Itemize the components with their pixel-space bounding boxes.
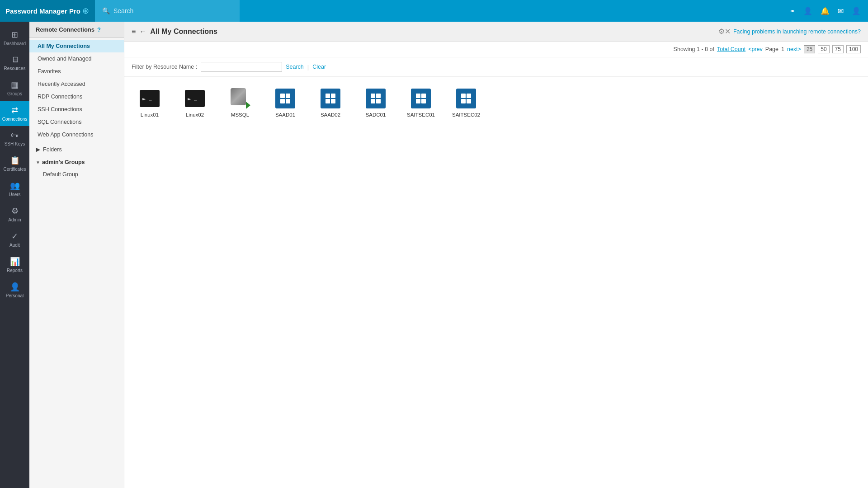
filter-label: Filter by Resource Name : <box>132 64 197 70</box>
profile-icon[interactable]: 👤 <box>852 7 861 15</box>
sidebar-item-owned-and-managed[interactable]: Owned and Managed <box>29 52 124 65</box>
sidebar-item-audit[interactable]: ✓ Audit <box>0 227 29 252</box>
connection-icon-sadc01 <box>365 88 387 109</box>
prev-page-button[interactable]: <prev <box>748 46 763 52</box>
secondary-sidebar-menu: All My Connections Owned and Managed Fav… <box>29 38 124 143</box>
sidebar-item-connections[interactable]: ⇄ Connections <box>0 101 29 126</box>
connection-name-linux02: Linux02 <box>186 112 204 117</box>
search-bar[interactable]: 🔍 <box>95 0 240 22</box>
connection-icon-linux01: ► _ <box>139 88 160 109</box>
sidebar-item-personal[interactable]: 👤 Personal <box>0 277 29 303</box>
sidebar-item-resources[interactable]: 🖥 Resources <box>0 51 29 75</box>
connection-item-linux01[interactable]: ► _ Linux01 <box>132 84 168 121</box>
page-number: 1 <box>781 46 784 52</box>
sidebar-item-groups[interactable]: ▦ Groups <box>0 75 29 101</box>
sidebar-item-certificates[interactable]: 📋 Certificates <box>0 151 29 176</box>
sidebar-item-all-my-connections[interactable]: All My Connections <box>29 40 124 52</box>
next-page-button[interactable]: next> <box>787 46 801 52</box>
top-nav: Password Manager Pro ⊛ 🔍 ⚭ 👤 🔔 ✉ 👤 <box>0 0 868 22</box>
groups-icon: ▦ <box>11 80 19 90</box>
page-size-25[interactable]: 25 <box>804 45 815 53</box>
top-nav-right: ⚭ 👤 🔔 ✉ 👤 <box>789 7 868 15</box>
sidebar-item-reports[interactable]: 📊 Reports <box>0 252 29 277</box>
admin-icon: ⚙ <box>11 206 19 216</box>
connection-name-linux01: Linux01 <box>141 112 159 117</box>
mail-icon[interactable]: ✉ <box>838 7 844 15</box>
sidebar-item-ssh-keys[interactable]: 🗝 SSH Keys <box>0 126 29 151</box>
sidebar-item-sql-connections[interactable]: SQL Connections <box>29 116 124 128</box>
reports-icon: 📊 <box>10 257 20 267</box>
connection-item-sadc01[interactable]: SADC01 <box>358 84 394 121</box>
filter-clear-link[interactable]: Clear <box>312 64 326 70</box>
secondary-sidebar: Remote Connections ? All My Connections … <box>29 22 124 488</box>
search-icon: 🔍 <box>102 7 110 14</box>
folders-item[interactable]: ▶ Folders <box>29 143 124 156</box>
connection-name-mssql: MSSQL <box>231 112 249 117</box>
page-size-75[interactable]: 75 <box>832 45 844 53</box>
user-add-icon[interactable]: 👤 <box>803 7 812 15</box>
content-header-right: ⚙✕ Facing problems in launching remote c… <box>718 27 861 36</box>
connection-item-saitsec01[interactable]: SAITSEC01 <box>403 84 439 121</box>
main-layout: ⊞ Dashboard 🖥 Resources ▦ Groups ⇄ Conne… <box>0 22 868 488</box>
connection-icon-saitsec02 <box>455 88 477 109</box>
connection-item-mssql[interactable]: MSSQL <box>222 84 258 121</box>
content-header: ≡ ← All My Connections ⚙✕ Facing problem… <box>124 22 868 42</box>
facing-problems-link[interactable]: Facing problems in launching remote conn… <box>733 28 861 35</box>
page-label: Page <box>765 46 778 52</box>
pagination-bar: Showing 1 - 8 of Total Count <prev Page … <box>124 42 868 57</box>
default-group-item[interactable]: Default Group <box>29 169 124 180</box>
connection-name-sadc01: SADC01 <box>366 112 386 117</box>
filter-search-link[interactable]: Search <box>286 64 304 70</box>
admins-groups-item[interactable]: ▼ admin's Groups <box>29 156 124 169</box>
resources-icon: 🖥 <box>11 55 19 65</box>
sidebar-item-rdp-connections[interactable]: RDP Connections <box>29 90 124 103</box>
personal-icon: 👤 <box>10 282 20 292</box>
wrench-icon: ⚙✕ <box>718 27 731 36</box>
sidebar-item-admin[interactable]: ⚙ Admin <box>0 202 29 227</box>
page-size-100[interactable]: 100 <box>846 45 861 53</box>
icon-sidebar: ⊞ Dashboard 🖥 Resources ▦ Groups ⇄ Conne… <box>0 22 29 488</box>
connection-name-saad01: SAAD01 <box>275 112 295 117</box>
connection-name-saitsec01: SAITSEC01 <box>407 112 435 117</box>
users-icon: 👥 <box>10 181 20 191</box>
logo-area: Password Manager Pro ⊛ <box>0 0 95 22</box>
app-name: Password Manager Pro <box>5 7 80 15</box>
sidebar-item-favorites[interactable]: Favorites <box>29 65 124 78</box>
page-title: All My Connections <box>150 28 217 36</box>
ssh-keys-icon: 🗝 <box>11 131 19 140</box>
connection-item-saad02[interactable]: SAAD02 <box>312 84 349 121</box>
search-input[interactable] <box>113 7 232 14</box>
connections-grid: ► _ Linux01 ► _ Linux02 MSSQL <box>124 77 868 488</box>
filter-bar: Filter by Resource Name : Search | Clear <box>124 57 868 77</box>
sidebar-item-users[interactable]: 👥 Users <box>0 176 29 202</box>
connection-icon-saad01 <box>274 88 296 109</box>
connection-icon-linux02: ► _ <box>184 88 206 109</box>
certificates-icon: 📋 <box>10 155 20 165</box>
connection-item-saad01[interactable]: SAAD01 <box>267 84 303 121</box>
content-header-left: ≡ ← All My Connections <box>132 28 217 36</box>
connection-item-linux02[interactable]: ► _ Linux02 <box>177 84 213 121</box>
hamburger-icon[interactable]: ≡ <box>132 28 136 36</box>
sidebar-item-dashboard[interactable]: ⊞ Dashboard <box>0 25 29 51</box>
sidebar-item-ssh-connections[interactable]: SSH Connections <box>29 103 124 116</box>
connection-icon-mssql <box>229 88 251 109</box>
logo-icon: ⊛ <box>82 6 89 16</box>
sidebar-item-web-app-connections[interactable]: Web App Connections <box>29 128 124 141</box>
sidebar-item-recently-accessed[interactable]: Recently Accessed <box>29 78 124 90</box>
page-size-50[interactable]: 50 <box>818 45 829 53</box>
connection-item-saitsec02[interactable]: SAITSEC02 <box>448 84 484 121</box>
audit-icon: ✓ <box>11 231 18 241</box>
back-icon[interactable]: ← <box>139 28 146 36</box>
showing-text: Showing 1 - 8 of <box>674 46 714 52</box>
help-icon[interactable]: ? <box>97 26 101 33</box>
bell-icon[interactable]: 🔔 <box>821 7 830 15</box>
connection-name-saad02: SAAD02 <box>321 112 340 117</box>
dashboard-icon: ⊞ <box>11 30 18 40</box>
folder-chevron-icon: ▶ <box>36 146 40 153</box>
main-content: ≡ ← All My Connections ⚙✕ Facing problem… <box>124 22 868 488</box>
total-count-link[interactable]: Total Count <box>717 46 745 52</box>
link-icon[interactable]: ⚭ <box>789 7 795 15</box>
group-toggle-icon: ▼ <box>36 160 40 165</box>
connection-name-saitsec02: SAITSEC02 <box>452 112 480 117</box>
filter-input[interactable] <box>201 62 282 72</box>
